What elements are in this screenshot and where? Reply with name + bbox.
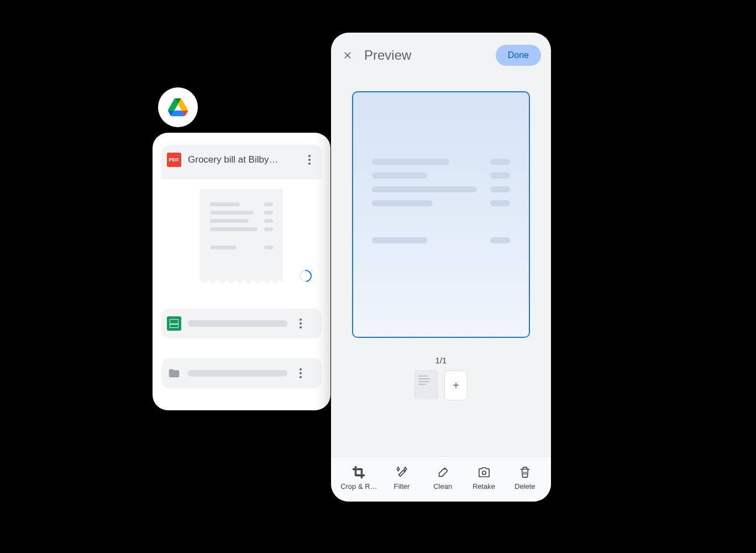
action-label: Filter xyxy=(393,482,410,491)
file-name: Grocery bill at Bilby… xyxy=(188,154,296,165)
crop-icon xyxy=(352,466,365,479)
preview-action-bar: Crop & R… Filter Clean Retake Delete xyxy=(331,456,551,502)
more-options-button[interactable] xyxy=(303,153,316,166)
plus-icon: + xyxy=(453,379,459,392)
page-thumbnail[interactable] xyxy=(414,371,438,400)
scan-preview-panel: Preview Done 1/1 + xyxy=(331,33,551,502)
svg-point-0 xyxy=(482,471,485,474)
action-label: Crop & R… xyxy=(340,482,377,491)
file-thumbnail-area xyxy=(161,179,322,289)
retake-button[interactable]: Retake xyxy=(468,466,501,491)
file-row-folder[interactable] xyxy=(161,358,322,388)
delete-button[interactable]: Delete xyxy=(508,466,542,491)
page-thumbnails-row: + xyxy=(414,371,468,400)
magic-wand-icon xyxy=(395,466,408,479)
close-button[interactable] xyxy=(341,49,354,62)
more-options-button[interactable] xyxy=(294,317,307,330)
google-drive-logo xyxy=(158,87,198,127)
file-name-skeleton xyxy=(188,320,287,327)
drive-file-list-card: PDF Grocery bill at Bilby… xyxy=(153,133,330,410)
preview-body: 1/1 + xyxy=(331,76,551,456)
folder-icon xyxy=(167,366,181,380)
close-icon xyxy=(342,50,353,61)
eraser-icon xyxy=(436,466,449,479)
add-page-button[interactable]: + xyxy=(444,371,468,400)
scanned-document-preview[interactable] xyxy=(352,91,530,338)
action-label: Retake xyxy=(473,482,495,491)
done-button[interactable]: Done xyxy=(496,45,541,66)
preview-header: Preview Done xyxy=(331,33,551,76)
action-label: Delete xyxy=(514,482,536,491)
page-counter: 1/1 xyxy=(435,356,447,365)
more-options-button[interactable] xyxy=(294,367,307,380)
loading-spinner-icon xyxy=(297,268,314,285)
receipt-thumbnail xyxy=(200,189,283,283)
pdf-icon: PDF xyxy=(167,153,181,167)
file-row-pdf[interactable]: PDF Grocery bill at Bilby… xyxy=(161,145,322,289)
file-name-skeleton xyxy=(188,370,287,377)
camera-icon xyxy=(477,466,491,479)
crop-rotate-button[interactable]: Crop & R… xyxy=(340,466,377,491)
filter-button[interactable]: Filter xyxy=(385,466,418,491)
action-label: Clean xyxy=(433,482,452,491)
drive-icon xyxy=(168,97,188,117)
sheets-icon xyxy=(167,316,181,331)
file-row-sheets[interactable] xyxy=(161,309,322,338)
clean-button[interactable]: Clean xyxy=(426,466,459,491)
preview-title: Preview xyxy=(364,48,486,63)
trash-icon xyxy=(518,466,532,479)
